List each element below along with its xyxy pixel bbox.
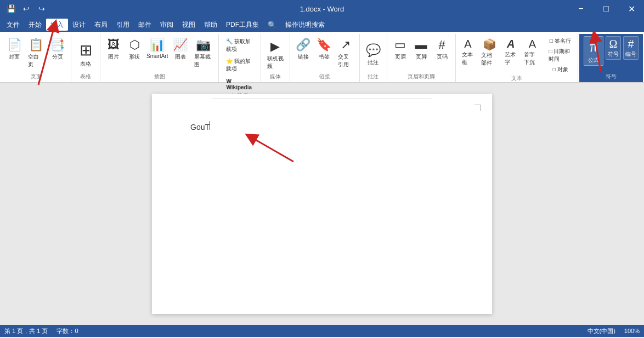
quick-access-toolbar: 💾 ↩ ↪ — [0, 0, 48, 18]
smartart-btn[interactable]: 📊 SmartArt — [145, 36, 170, 61]
comment-btn[interactable]: 💬 批注 — [363, 42, 383, 68]
wikipedia-btn[interactable]: W Wikipedia — [222, 77, 257, 92]
table-btn[interactable]: ⊞ 表格 — [76, 39, 95, 70]
text-cursor — [210, 121, 210, 130]
my-addins-btn[interactable]: ⭐ 我的加载项 — [222, 56, 257, 75]
picture-btn[interactable]: 🖼 图片 — [104, 36, 123, 62]
minimize-btn[interactable]: − — [568, 0, 594, 18]
language-indicator: 中文(中国) — [587, 327, 615, 335]
menu-home[interactable]: 开始 — [24, 19, 46, 31]
menu-search-icon-item[interactable]: 🔍 — [263, 19, 281, 31]
ribbon-group-text: A 文本框 📦 文档部件 A 艺术字 A 首字 — [456, 34, 578, 82]
header-footer-group-label: 页眉和页脚 — [408, 73, 435, 82]
table-group-label: 表格 — [80, 73, 91, 82]
ribbon-group-comments: 💬 批注 批注 — [360, 34, 387, 82]
symbol-btn[interactable]: Ω 符号 — [606, 36, 621, 60]
textbox-btn[interactable]: A 文本框 — [459, 36, 477, 75]
screenshot-btn[interactable]: 📷 屏幕截图 — [191, 36, 216, 70]
chart-btn[interactable]: 📈 图表 — [171, 36, 190, 62]
word-count: 字数：0 — [57, 327, 78, 335]
redo-quick-btn[interactable]: ↪ — [35, 2, 48, 15]
comments-group-label: 批注 — [368, 73, 379, 82]
shapes-btn[interactable]: ⬡ 形状 — [125, 36, 144, 62]
links-group-label: 链接 — [319, 73, 330, 82]
window-controls: − □ ✕ — [568, 0, 644, 18]
maximize-btn[interactable]: □ — [594, 0, 619, 18]
undo-quick-btn[interactable]: ↩ — [20, 2, 33, 15]
dropcap-btn[interactable]: A 首字下沉 — [521, 36, 543, 75]
menu-design[interactable]: 设计 — [68, 19, 90, 31]
ribbon-group-header-footer: ▭ 页眉 ▬ 页脚 # 页码 页眉和页脚 — [387, 34, 456, 82]
menu-insert[interactable]: 插入 — [46, 19, 68, 31]
symbols-group-label: 符号 — [606, 73, 617, 82]
equation-btn[interactable]: π 公式 — [584, 36, 603, 66]
object-btn[interactable]: □ 对象 — [546, 65, 574, 75]
document-area: GouT — [0, 83, 644, 325]
menu-layout[interactable]: 布局 — [90, 19, 112, 31]
menu-references[interactable]: 引用 — [112, 19, 134, 31]
ribbon: 📄 封面 📋 空白页 📑 分页 页面 — [0, 32, 644, 83]
document-page[interactable]: GouT — [152, 94, 492, 314]
text-group-label: 文本 — [511, 75, 522, 84]
ribbon-group-pages: 📄 封面 📋 空白页 📑 分页 页面 — [1, 34, 71, 82]
status-bar: 第 1 页，共 1 页 字数：0 中文(中国) 100% — [0, 325, 644, 337]
doc-content: GouT — [190, 121, 210, 153]
blank-page-btn[interactable]: 📋 空白页 — [25, 36, 47, 70]
cover-page-btn[interactable]: 📄 封面 — [4, 36, 24, 62]
menu-pdf[interactable]: PDF工具集 — [222, 19, 263, 31]
title-bar: 💾 ↩ ↪ 1.docx - Word − □ ✕ — [0, 0, 644, 18]
window-title: 1.docx - Word — [300, 5, 344, 13]
page-count: 第 1 页，共 1 页 — [4, 327, 48, 335]
online-video-btn[interactable]: ▶ 联机视频 — [264, 38, 286, 72]
pages-group-label: 页面 — [31, 73, 42, 82]
zoom-level: 100% — [624, 328, 640, 334]
signature-line-btn[interactable]: □ 签名行 — [546, 36, 574, 46]
get-addins-btn[interactable]: 🔧 获取加载项 — [222, 36, 257, 55]
page-number-btn[interactable]: # 页码 — [432, 36, 452, 62]
ribbon-group-table: ⊞ 表格 表格 — [71, 34, 100, 82]
menu-view[interactable]: 视图 — [178, 19, 200, 31]
close-btn[interactable]: ✕ — [619, 0, 644, 18]
wordart-btn[interactable]: A 艺术字 — [502, 36, 519, 75]
menu-file[interactable]: 文件 — [2, 19, 24, 31]
ribbon-group-addins: 🔧 获取加载项 ⭐ 我的加载项 W Wikipedia 加载项 — [219, 34, 261, 82]
media-group-label: 媒体 — [270, 73, 281, 82]
save-quick-btn[interactable]: 💾 — [4, 2, 18, 15]
ribbon-group-illustrations: 🖼 图片 ⬡ 形状 📊 SmartArt 📈 图表 — [100, 34, 219, 82]
header-btn[interactable]: ▭ 页眉 — [391, 36, 410, 62]
footer-btn[interactable]: ▬ 页脚 — [411, 36, 431, 62]
ribbon-group-links: 🔗 链接 🔖 书签 ↗ 交叉引用 链接 — [290, 34, 360, 82]
illustrations-group-label: 插图 — [154, 73, 165, 82]
number-btn[interactable]: # 编号 — [623, 36, 639, 60]
menu-review[interactable]: 审阅 — [156, 19, 178, 31]
bookmark-btn[interactable]: 🔖 书签 — [314, 36, 334, 62]
docparts-btn[interactable]: 📦 文档部件 — [478, 36, 500, 75]
ribbon-group-symbols: π 公式 Ω 符号 # 编号 符号 — [579, 34, 643, 82]
menu-bar: 文件 开始 插入 设计 布局 引用 邮件 审阅 视图 帮助 PDF工具集 🔍 操… — [0, 18, 644, 32]
menu-help[interactable]: 帮助 — [200, 19, 222, 31]
ribbon-group-media: ▶ 联机视频 媒体 — [261, 34, 290, 82]
doc-text-gout: GouT — [190, 123, 210, 131]
datetime-btn[interactable]: □ 日期和时间 — [546, 47, 574, 64]
cross-ref-btn[interactable]: ↗ 交叉引用 — [335, 36, 356, 70]
corner-mark — [474, 105, 481, 111]
menu-search-label[interactable]: 操作说明搜索 — [281, 19, 329, 31]
link-btn[interactable]: 🔗 链接 — [293, 36, 313, 62]
page-break-btn[interactable]: 📑 分页 — [48, 36, 67, 62]
menu-mailings[interactable]: 邮件 — [134, 19, 156, 31]
